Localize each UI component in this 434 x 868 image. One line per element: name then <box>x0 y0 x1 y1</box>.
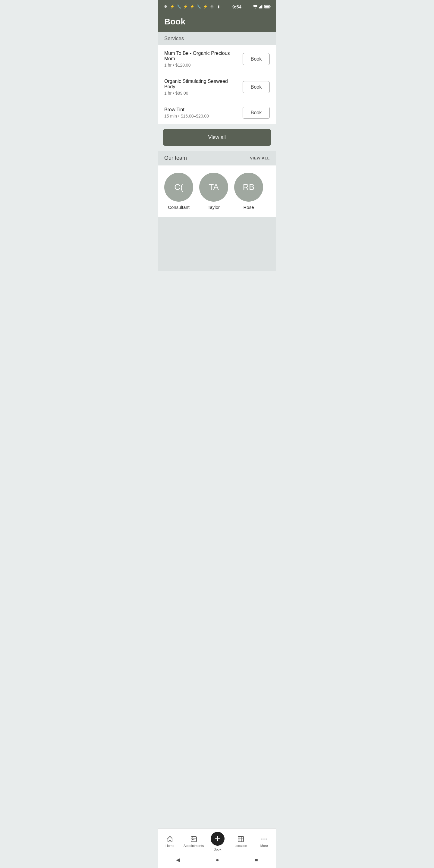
flash-icon1: ⚡ <box>183 4 188 9</box>
service-item-3: Brow Tint 15 min • $16.00–$20.00 Book <box>158 101 276 124</box>
location-icon <box>237 835 244 843</box>
service-meta-1: 1 hr • $120.00 <box>164 63 243 67</box>
nav-item-book[interactable]: Book <box>208 832 227 851</box>
avatar-taylor: TA <box>199 173 228 202</box>
services-section-label: Services <box>158 32 276 45</box>
team-member-taylor[interactable]: TA Taylor <box>199 173 228 210</box>
plus-icon <box>214 835 221 842</box>
book-center-button[interactable] <box>211 832 224 846</box>
svg-rect-13 <box>193 839 194 840</box>
nav-label-home: Home <box>165 844 174 847</box>
team-member-consultant[interactable]: C( Consultant <box>164 173 193 210</box>
nav-label-more: More <box>260 844 268 847</box>
svg-rect-12 <box>192 839 193 840</box>
android-recent-button[interactable]: ■ <box>255 857 258 863</box>
member-name-consultant: Consultant <box>168 205 190 210</box>
team-section-label: Our team <box>164 155 187 161</box>
svg-rect-14 <box>195 839 195 840</box>
nav-item-more[interactable]: More <box>254 835 274 847</box>
wrench-icon: 🔧 <box>176 4 181 9</box>
android-navigation: ◀ ● ■ <box>158 853 276 868</box>
nav-label-book: Book <box>214 847 221 851</box>
status-bar: ⚙ ⚡ 🔧 ⚡ ⚡ 🔧 ⚡ ◎ ▮ 9:54 <box>158 0 276 13</box>
more-icon <box>260 835 268 843</box>
flash-icon3: ⚡ <box>203 4 208 9</box>
appointments-icon <box>190 835 197 843</box>
status-icons-left: ⚙ ⚡ 🔧 ⚡ ⚡ 🔧 ⚡ ◎ ▮ <box>163 4 221 9</box>
team-section-header: Our team VIEW ALL <box>158 151 276 165</box>
team-members-list: C( Consultant TA Taylor RB Rose <box>158 165 276 217</box>
svg-rect-17 <box>238 836 244 842</box>
status-icons-right <box>253 5 271 8</box>
circle-icon: ◎ <box>210 4 214 9</box>
nav-label-appointments: Appointments <box>184 844 204 847</box>
service-item-2: Organic Stimulating Seaweed Body... 1 hr… <box>158 73 276 101</box>
book-button-1[interactable]: Book <box>243 53 270 65</box>
nav-label-location: Location <box>235 844 247 847</box>
service-info-2: Organic Stimulating Seaweed Body... 1 hr… <box>164 79 243 96</box>
service-name-1: Mum To Be - Organic Precious Mom... <box>164 51 243 61</box>
view-all-button[interactable]: View all <box>163 129 271 146</box>
svg-point-0 <box>255 8 256 9</box>
svg-rect-7 <box>265 6 269 8</box>
page-header: Book <box>158 13 276 32</box>
svg-rect-6 <box>270 6 271 7</box>
page-title: Book <box>164 17 270 27</box>
avatar-consultant: C( <box>164 173 193 202</box>
card-icon: ▮ <box>216 4 221 9</box>
main-content: Services Mum To Be - Organic Precious Mo… <box>158 32 276 829</box>
book-button-2[interactable]: Book <box>243 81 270 93</box>
services-list: Mum To Be - Organic Precious Mom... 1 hr… <box>158 45 276 124</box>
svg-rect-2 <box>260 6 261 8</box>
svg-rect-1 <box>259 7 260 8</box>
service-info-1: Mum To Be - Organic Precious Mom... 1 hr… <box>164 51 243 67</box>
android-home-button[interactable]: ● <box>216 857 219 863</box>
team-view-all-link[interactable]: VIEW ALL <box>250 156 270 160</box>
service-name-3: Brow Tint <box>164 107 209 113</box>
service-info-3: Brow Tint 15 min • $16.00–$20.00 <box>164 107 209 119</box>
member-name-taylor: Taylor <box>208 205 220 210</box>
status-time: 9:54 <box>232 4 241 9</box>
team-member-rose[interactable]: RB Rose <box>234 173 263 210</box>
signal-icon <box>259 5 263 8</box>
service-meta-3: 15 min • $16.00–$20.00 <box>164 114 209 119</box>
home-icon <box>166 835 174 843</box>
battery-icon <box>264 5 271 8</box>
nav-item-home[interactable]: Home <box>160 835 180 847</box>
settings-icon: ⚙ <box>163 4 168 9</box>
wifi-icon <box>253 5 258 8</box>
wrench-icon2: 🔧 <box>196 4 201 9</box>
member-name-rose: Rose <box>243 205 254 210</box>
empty-space <box>158 217 276 271</box>
android-back-button[interactable]: ◀ <box>176 857 180 863</box>
edit-icon: ⚡ <box>170 4 175 9</box>
bottom-navigation: Home Appointments Book <box>158 829 276 853</box>
nav-item-location[interactable]: Location <box>231 835 250 847</box>
svg-rect-3 <box>261 5 262 8</box>
svg-point-22 <box>261 838 263 840</box>
svg-rect-4 <box>262 5 263 8</box>
flash-icon2: ⚡ <box>190 4 194 9</box>
service-name-2: Organic Stimulating Seaweed Body... <box>164 79 243 90</box>
book-button-3[interactable]: Book <box>243 107 270 119</box>
service-item-1: Mum To Be - Organic Precious Mom... 1 hr… <box>158 45 276 73</box>
avatar-rose: RB <box>234 173 263 202</box>
svg-point-24 <box>266 838 267 840</box>
service-meta-2: 1 hr • $89.00 <box>164 91 243 96</box>
svg-point-23 <box>264 838 265 840</box>
nav-item-appointments[interactable]: Appointments <box>184 835 204 847</box>
